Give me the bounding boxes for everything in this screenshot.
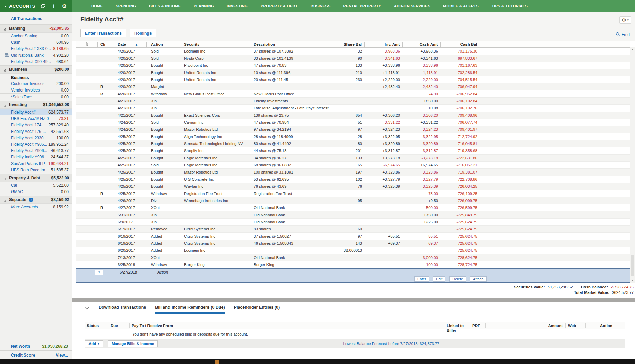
transaction-row[interactable]: 6/19/2017 Added Citrix Systems Inc 37 sh…	[76, 233, 630, 240]
transaction-edit-button[interactable]: Delete	[449, 276, 466, 282]
account-section-header[interactable]: Business i $200.00	[0, 65, 72, 74]
account-item[interactable]: Fidelity Acc't# 624,573.77	[0, 109, 72, 115]
transaction-row[interactable]: 4/21/2017 Bought Exact Sciences Corp 139…	[76, 112, 630, 119]
collapse-panel-icon[interactable]	[85, 306, 89, 311]
account-item[interactable]: Fidelity Acc't Y906... 46,613.77	[0, 147, 72, 154]
info-icon[interactable]: i	[29, 198, 33, 202]
account-item[interactable]: Customer Invoices 200.00	[0, 81, 72, 87]
transaction-row[interactable]: 4/25/2017 Bought Mazor Robotics Ltd 100 …	[76, 169, 630, 176]
refresh-icon[interactable]	[40, 3, 45, 9]
scrollbar-thumb[interactable]	[631, 255, 634, 276]
account-section-header[interactable]: Investing i $1,046,552.08	[0, 101, 72, 109]
clr-dropdown[interactable]: ▼	[95, 270, 103, 275]
transaction-row[interactable]: 4/20/2017 Sold Nvida Corp 33 shares @ 10…	[76, 55, 630, 62]
bottom-tab[interactable]: Download Transactions	[99, 305, 146, 314]
account-item[interactable]: Fidelity Acc't 174-... 257,329.40	[0, 122, 72, 128]
linked-to-biller-column-header[interactable]: Linked to Biller	[444, 323, 470, 328]
nav-item[interactable]: HOME	[85, 0, 109, 12]
account-section-header[interactable]: Banking i -$2,005.85	[0, 24, 72, 33]
collapse-triangle-icon[interactable]	[3, 177, 6, 179]
amount-column-header[interactable]: Amount	[486, 323, 566, 328]
cash-amt-column-header[interactable]: Cash Amt	[403, 42, 441, 47]
transaction-row[interactable]: 4/25/2017 Bought Eagle Materials Inc 34 …	[76, 155, 630, 162]
transaction-row[interactable]: 4/20/2017 Sold Logmein Inc 37 shares @ 1…	[76, 48, 630, 55]
nav-item[interactable]: PLANNING	[187, 0, 220, 12]
transaction-edit-button[interactable]: Enter	[414, 276, 429, 282]
lowest-balance-forecast-link[interactable]: Lowest Balance Forecast before 7/27/2018…	[158, 342, 625, 346]
due-column-header[interactable]: Due	[108, 323, 130, 328]
action-column-header[interactable]: Action	[147, 42, 182, 47]
all-transactions-link[interactable]: All Transactions	[0, 12, 72, 24]
transaction-row[interactable]: 4/20/2017 Bought United Rentals Inc 10 s…	[76, 69, 630, 76]
security-column-header[interactable]: Security	[182, 42, 252, 47]
account-item[interactable]: Car 5,522.00	[0, 182, 72, 188]
transaction-row[interactable]: R 4/27/2017 XOut Old National Bank -500.…	[76, 204, 630, 211]
holdings-button[interactable]: Holdings	[130, 29, 156, 37]
taskbar-item[interactable]	[215, 360, 219, 364]
collapse-triangle-icon[interactable]	[3, 27, 6, 30]
nav-item[interactable]: MOBILE & ALERTS	[437, 0, 485, 12]
nav-item[interactable]: RENTAL PROPERTY	[337, 0, 388, 12]
transaction-row[interactable]: 4/25/2017 Bought U S Concrete Inc 53 sha…	[76, 176, 630, 183]
nav-item[interactable]: ADD-ON SERVICES	[388, 0, 437, 12]
transaction-row[interactable]: 4/25/2017 Sold Eagle Materials Inc 68 sh…	[76, 162, 630, 169]
transaction-edit-button[interactable]: Edit	[433, 276, 445, 282]
account-item[interactable]: SunAm Polaris II P... -190,634.21	[0, 160, 72, 167]
nav-item[interactable]: BUSINESS	[304, 0, 337, 12]
accounts-gear-icon[interactable]: ⚙	[62, 3, 67, 9]
add-account-icon[interactable]: +	[51, 3, 56, 9]
credit-score-view-link[interactable]: View...	[56, 353, 68, 358]
transaction-row[interactable]: 4/25/2017 Bought Sensata Technologies Ho…	[76, 140, 630, 147]
transaction-row[interactable]: 4/25/2017 Bought Align Techonology Inc 2…	[76, 133, 630, 140]
account-item[interactable]: Anchor Saving 0.00	[0, 33, 72, 39]
transaction-row[interactable]: 4/20/2017 Bought Proofpoint Inc 47 share…	[76, 62, 630, 69]
nav-item[interactable]: TIPS & TUTORIALS	[485, 0, 534, 12]
inv-amt-column-header[interactable]: Inv. Amt	[365, 42, 403, 47]
pdf-column-header[interactable]: PDF	[470, 323, 486, 328]
account-item[interactable]: UBS Fin. Acc't# HZ 0 -73.31	[0, 115, 72, 122]
account-item[interactable]: UBS Roth Pace Ira ... 51,585.37	[0, 167, 72, 173]
transaction-row[interactable]: 6/25/2018 Withdraw Burger King Burger Ki…	[76, 261, 630, 268]
account-item[interactable]: *Sales Tax* 0.00	[0, 94, 72, 100]
transaction-row[interactable]: 4/20/2017 Bought United Rentals Inc 20 s…	[76, 76, 630, 83]
register-settings-button[interactable]: ⚙ ▾	[619, 16, 631, 24]
account-item[interactable]: GMAC 0.00	[0, 188, 72, 195]
collapse-triangle-icon[interactable]	[3, 68, 6, 71]
transaction-row[interactable]: 4/25/2017 Bought Shopify Inc 44 shares @…	[76, 147, 630, 155]
add-reminder-button[interactable]: Add ▾	[85, 340, 103, 347]
transaction-row[interactable]: 7/13/2017 XOut Old National Bank -3,000.…	[76, 254, 630, 261]
transaction-row[interactable]: 4/24/2017 Bought Mazor Robotics Ltd 97 s…	[76, 126, 630, 133]
credit-score-row[interactable]: Credit Score View...	[0, 350, 72, 359]
collapse-triangle-icon[interactable]	[3, 103, 6, 106]
date-column-header[interactable]: Date▲	[113, 42, 147, 47]
account-section-header[interactable]: Separate i $8,159.92	[0, 196, 72, 204]
transaction-row[interactable]: R 4/20/2017 Withdraw New Glarus Post Off…	[76, 90, 630, 98]
payto-column-header[interactable]: Pay To / Receive From	[130, 323, 444, 328]
net-worth-row[interactable]: Net Worth $1,050,268.23	[0, 342, 72, 350]
panel-splitter[interactable]	[72, 298, 635, 302]
description-column-header[interactable]: Description	[252, 42, 339, 47]
transaction-row[interactable]: 6/20/2017 Added Logmein Inc 32.000013 -7…	[76, 247, 630, 254]
transaction-row[interactable]: 6/19/2017 Removed Citrix Systems Inc 83 …	[76, 226, 630, 233]
transaction-row[interactable]: 6/19/2017 Added Citrix Systems Inc 46 sh…	[76, 240, 630, 247]
cash-bal-column-header[interactable]: Cash Bal	[441, 42, 480, 47]
new-transaction-date[interactable]: 6/27/2018	[120, 270, 137, 274]
action-column-header-reminders[interactable]: Action	[586, 323, 625, 328]
account-section-header[interactable]: Property & Debt i $5,522.00	[0, 174, 72, 182]
account-item[interactable]: More Accounts 8,159.92	[0, 204, 72, 210]
scroll-up-icon[interactable]: ▲	[630, 48, 635, 51]
nav-item[interactable]: SPENDING	[109, 0, 142, 12]
transaction-row[interactable]: 6/9/2017 XIn Old National Bank +225.00 -…	[76, 219, 630, 226]
transaction-row[interactable]: R 4/20/2017 MargInt +2,432.40 -2,432.40 …	[76, 83, 630, 90]
accounts-dropdown-icon[interactable]: ▾	[5, 4, 6, 8]
transaction-edit-button[interactable]: Attach	[470, 276, 487, 282]
transaction-row[interactable]: 4/24/2017 Sold Cavium Inc 47 shares @ 70…	[76, 119, 630, 126]
transaction-row[interactable]: 4/21/2017 XIn Fidelity Investments +850.…	[76, 98, 630, 105]
transaction-row[interactable]: 4/25/2017 Bought Wayfair Inc 76 shares @…	[76, 183, 630, 190]
share-bal-column-header[interactable]: Share Bal	[339, 42, 365, 47]
bottom-tab[interactable]: Bill and Income Reminders (0 Due)	[155, 305, 225, 314]
account-item[interactable]: Vendor Invoices 0.00	[0, 87, 72, 94]
clr-column-header[interactable]: Clr	[98, 42, 113, 47]
find-control[interactable]: Find	[616, 32, 630, 37]
transaction-row[interactable]: 4/21/2017 XIn Late Misc. Adjkustment - L…	[76, 105, 630, 112]
